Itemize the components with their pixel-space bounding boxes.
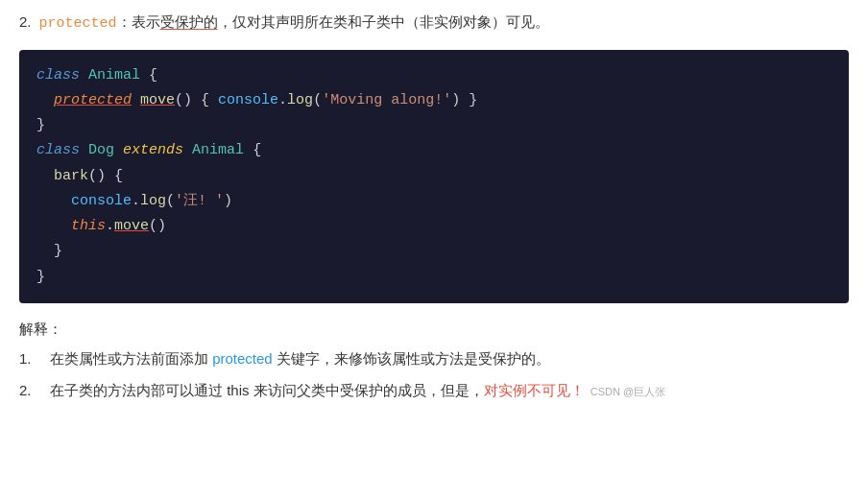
fn-log-2: log [140, 193, 166, 209]
exp-item-1-text-before: 在类属性或方法前面添加 [50, 350, 212, 367]
explanation-section: 解释： 1. 在类属性或方法前面添加 protected 关键字，来修饰该属性或… [19, 321, 849, 403]
explanation-list: 1. 在类属性或方法前面添加 protected 关键字，来修饰该属性或方法是受… [19, 346, 849, 403]
code-line-6: console.log('汪! ') [36, 189, 832, 214]
list-number: 2. [19, 10, 32, 35]
fn-bark: bark [54, 168, 88, 184]
exp-item-1-highlight: protected [212, 350, 273, 367]
exp-item-2-text-before: 在子类的方法内部可以通过 this 来访问父类中受保护的成员，但是， [50, 382, 484, 398]
explanation-title: 解释： [19, 321, 849, 339]
cn-animal-1: Animal [88, 67, 140, 83]
code-line-2: protected move() { console.log('Moving a… [36, 88, 832, 113]
exp-item-2-highlight: 对实例不可见！ [484, 382, 585, 398]
code-line-4: class Dog extends Animal { [36, 138, 832, 163]
kw-protected: protected [54, 92, 132, 108]
code-line-5: bark() { [36, 164, 832, 189]
obj-console-1: console [218, 92, 278, 108]
code-line-7: this.move() [36, 214, 832, 239]
exp-item-1-num: 1. [19, 346, 46, 371]
intro-content: protected：表示受保护的，仅对其声明所在类和子类中（非实例对象）可见。 [39, 10, 549, 36]
code-block: class Animal { protected move() { consol… [19, 50, 849, 303]
intro-colon: ：表示 [117, 13, 160, 30]
keyword-protected: protected [39, 15, 117, 32]
fn-move-2: move [114, 218, 149, 234]
code-line-1: class Animal { [36, 63, 832, 88]
kw-class: class [36, 67, 80, 83]
intro-line: 2. protected：表示受保护的，仅对其声明所在类和子类中（非实例对象）可… [19, 10, 849, 36]
exp-item-1-content: 在类属性或方法前面添加 protected 关键字，来修饰该属性或方法是受保护的… [50, 346, 550, 371]
str-bark: '汪! ' [175, 193, 224, 209]
exp-item-1: 1. 在类属性或方法前面添加 protected 关键字，来修饰该属性或方法是受… [19, 346, 849, 371]
fn-move-1: move [140, 92, 175, 108]
fn-log-1: log [287, 92, 313, 108]
str-moving: 'Moving along!' [322, 92, 451, 108]
exp-item-1-text-middle: 关键字，来修饰该属性或方法是受保护的。 [273, 350, 550, 367]
exp-item-2: 2. 在子类的方法内部可以通过 this 来访问父类中受保护的成员，但是，对实例… [19, 378, 849, 403]
code-line-3: } [36, 113, 832, 138]
kw-extends: extends [123, 142, 183, 158]
exp-item-2-content: 在子类的方法内部可以通过 this 来访问父类中受保护的成员，但是，对实例不可见… [50, 378, 665, 403]
exp-item-2-num: 2. [19, 378, 46, 403]
cn-animal-2: Animal [192, 142, 244, 158]
intro-rest: ，仅对其声明所在类和子类中（非实例对象）可见。 [218, 13, 549, 30]
cn-dog: Dog [88, 142, 114, 158]
intro-underline-text: 受保护的 [160, 13, 218, 30]
kw-this: this [71, 218, 106, 234]
obj-console-2: console [71, 193, 132, 209]
kw-class-2: class [36, 142, 80, 158]
code-line-8: } [36, 239, 832, 264]
csdn-watermark: CSDN @巨人张 [591, 386, 665, 397]
code-line-9: } [36, 265, 832, 290]
